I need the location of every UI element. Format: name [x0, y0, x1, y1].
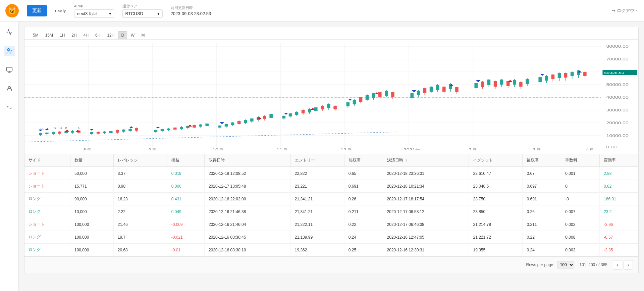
logout-button[interactable]: ↪ ログアウト [612, 8, 639, 14]
tf-w[interactable]: W [128, 31, 138, 39]
col-profit: 損益 [167, 154, 204, 167]
prev-page-button[interactable]: ‹ [613, 260, 622, 270]
col-leverage: レバレッジ [113, 154, 167, 167]
last-update-value: 2023-09-03 23:02:53 [171, 11, 211, 16]
col-fee: 手数料 [561, 154, 600, 167]
last-update-group: 前回更新日時 2023-09-03 23:02:53 [171, 5, 211, 16]
cell-change_rate: 2.98 [600, 167, 638, 180]
cell-quantity: 50,000 [70, 167, 113, 180]
svg-rect-43 [103, 132, 106, 133]
tf-d[interactable]: D [118, 31, 127, 39]
currency-pair-select[interactable]: BTCUSD ▾ [122, 9, 163, 18]
svg-rect-97 [302, 110, 305, 113]
svg-text:11月: 11月 [276, 148, 287, 150]
cell-fee: 0.008 [561, 231, 600, 244]
col-exit-date[interactable]: 決済日時 ↓ [383, 154, 469, 167]
svg-rect-101 [314, 107, 318, 111]
svg-text:12月: 12月 [340, 148, 352, 150]
cell-igzit: 23,850 [469, 205, 523, 218]
cell-profit: -0.021 [167, 231, 204, 244]
cell-igzit: 23,048.5 [469, 180, 523, 193]
sidebar-item-chart[interactable] [4, 27, 15, 38]
cell-entry_price: 21,222.11 [290, 218, 344, 231]
svg-rect-67 [193, 125, 196, 128]
cell-prev_balance: 0.25 [344, 244, 383, 256]
table-row: ロング100,00019.7-0.0212020-12-16 03:30:452… [24, 231, 638, 244]
page-info: 101–200 of 385 [580, 262, 607, 267]
cell-side: ロング [24, 231, 70, 244]
table-row: ショート15,7710.980.0062020-12-17 13:05:4823… [24, 180, 638, 193]
svg-rect-103 [321, 106, 324, 109]
cell-leverage: 19.7 [113, 231, 167, 244]
tf-15m[interactable]: 15M [42, 31, 56, 39]
col-quantity: 数量 [70, 154, 113, 167]
cell-quantity: 10,000 [70, 205, 113, 218]
col-side: サイド [24, 154, 70, 167]
svg-rect-89 [269, 114, 273, 118]
cell-entry_price: 21,341.21 [290, 193, 344, 205]
cell-profit: 0.049 [167, 205, 204, 218]
update-button[interactable]: 更新 [27, 5, 47, 16]
svg-rect-57 [161, 129, 164, 131]
svg-rect-111 [353, 100, 356, 104]
chart-container: 5M 15M 1H 2H 4H 6H 12H D W M [24, 27, 639, 154]
svg-rect-155 [519, 82, 523, 87]
cell-change_rate: -8.57 [600, 231, 638, 244]
svg-rect-99 [308, 109, 311, 112]
cell-igzit: 23,750 [469, 193, 523, 205]
svg-marker-188 [220, 122, 224, 124]
currency-pair-value: BTCUSD [125, 11, 143, 16]
sidebar-item-positions[interactable] [4, 46, 15, 56]
tf-12h[interactable]: 12H [104, 31, 117, 39]
api-key-select[interactable]: next3 Bybit ▾ [74, 9, 114, 18]
tf-1h[interactable]: 1H [57, 31, 68, 39]
candles-sep [90, 128, 138, 135]
svg-rect-115 [366, 95, 369, 100]
cell-prev_balance: 0.22 [344, 218, 383, 231]
tf-4h[interactable]: 4H [80, 31, 92, 39]
cell-fee: 0.002 [561, 218, 600, 231]
sidebar-item-user[interactable] [4, 83, 15, 94]
svg-rect-27 [45, 133, 49, 134]
svg-rect-1 [6, 67, 12, 71]
svg-point-0 [7, 49, 10, 51]
ready-status: ready [55, 8, 66, 13]
cell-exit_date: 2020-12-17 18:17:54 [383, 193, 469, 205]
svg-rect-71 [205, 124, 209, 126]
svg-rect-117 [372, 93, 375, 98]
tf-2h[interactable]: 2H [68, 31, 79, 39]
cell-entry_date: 2020-12-16 03:30:10 [204, 244, 290, 256]
col-post-balance: 後残高 [523, 154, 561, 167]
tf-6h[interactable]: 6H [92, 31, 103, 39]
svg-rect-53 [135, 128, 138, 131]
svg-marker-190 [284, 113, 288, 115]
col-entry-price: エントリー [290, 154, 344, 167]
svg-line-23 [24, 132, 398, 142]
cell-quantity: 100,000 [70, 218, 113, 231]
svg-marker-184 [90, 129, 94, 131]
cell-entry_price: 23,221 [290, 180, 344, 193]
tf-m[interactable]: M [138, 31, 148, 39]
svg-rect-73 [218, 126, 222, 128]
next-page-button[interactable]: › [624, 260, 633, 270]
svg-marker-180 [65, 130, 69, 132]
cell-entry_date: 2020-12-17 13:05:48 [204, 180, 290, 193]
svg-rect-47 [116, 130, 119, 133]
svg-rect-49 [122, 130, 125, 132]
chart-svg: 46 3 3 1 2 1 [24, 43, 638, 150]
svg-rect-95 [295, 112, 299, 115]
sidebar-item-expand[interactable] [4, 102, 15, 113]
candles-oct [154, 123, 209, 133]
cell-prev_balance: 0.691 [344, 180, 383, 193]
main-layout: 5M 15M 1H 2H 4H 6H 12H D W M [0, 21, 644, 291]
sidebar-item-screen[interactable] [4, 64, 15, 75]
svg-rect-157 [526, 79, 529, 84]
svg-text:1: 1 [78, 127, 80, 130]
cell-igzit: 21,214.78 [469, 218, 523, 231]
svg-text:10000.00: 10000.00 [606, 134, 629, 138]
cell-exit_date: 2020-12-16 12:47:05 [383, 231, 469, 244]
rows-per-page-select[interactable]: 100 50 25 [557, 261, 574, 269]
logo: 🐱 [5, 4, 19, 17]
cell-entry_date: 2020-12-16 21:46:38 [204, 205, 290, 218]
tf-5m[interactable]: 5M [30, 31, 42, 39]
